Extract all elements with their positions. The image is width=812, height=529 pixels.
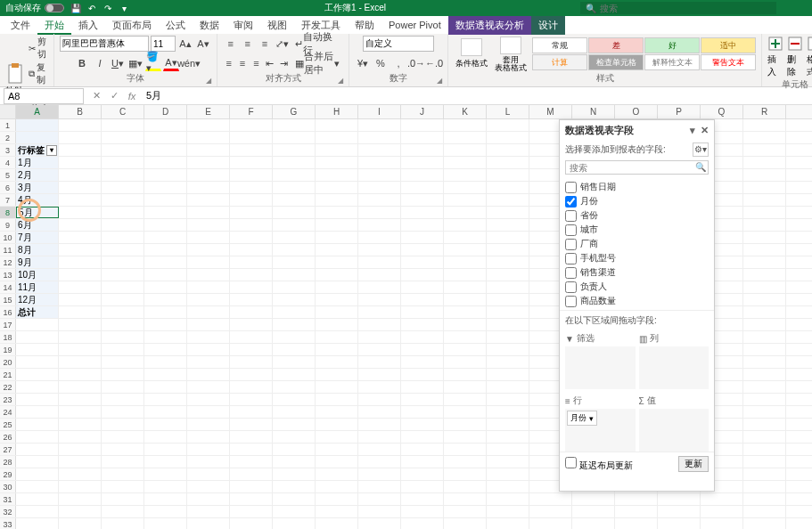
cell[interactable]	[444, 406, 487, 418]
redo-icon[interactable]: ↷	[102, 2, 114, 14]
cell[interactable]	[230, 331, 273, 343]
cell[interactable]	[144, 232, 187, 243]
row-header[interactable]: 20	[0, 356, 16, 368]
row-header[interactable]: 3	[0, 144, 16, 156]
cell[interactable]	[273, 319, 316, 330]
cell[interactable]	[230, 232, 273, 243]
cell[interactable]	[230, 444, 273, 455]
number-format-combo[interactable]	[363, 36, 434, 52]
cell[interactable]	[59, 518, 102, 529]
col-header-E[interactable]: E	[187, 105, 230, 118]
field-checkbox[interactable]	[565, 267, 577, 279]
cell[interactable]	[102, 468, 144, 480]
cell[interactable]	[316, 456, 358, 468]
cell[interactable]	[316, 219, 358, 231]
cell[interactable]	[444, 456, 487, 468]
cell[interactable]	[273, 331, 316, 343]
cell[interactable]	[358, 468, 401, 480]
row-header[interactable]: 22	[0, 381, 16, 393]
field-checkbox[interactable]	[565, 253, 577, 264]
cell[interactable]	[16, 369, 59, 380]
row-header[interactable]: 2	[0, 132, 16, 143]
row-header[interactable]: 18	[0, 331, 16, 343]
increase-decimal-icon[interactable]: .0→	[408, 55, 424, 71]
pivot-fields-pane[interactable]: 数据透视表字段 ▾✕ 选择要添加到报表的字段: ⚙▾ 🔍 销售日期月份省份城市厂…	[559, 119, 715, 492]
cell[interactable]	[187, 381, 230, 393]
row-header[interactable]: 26	[0, 431, 16, 443]
col-header-G[interactable]: G	[273, 105, 316, 118]
area-rows[interactable]: ≡行月份▾	[565, 393, 636, 452]
cell[interactable]	[615, 518, 658, 529]
tab-6[interactable]: 审阅	[226, 16, 260, 35]
cell[interactable]	[444, 244, 487, 256]
cell[interactable]	[273, 468, 316, 480]
cell[interactable]	[658, 506, 701, 517]
cell[interactable]	[444, 281, 487, 293]
cell[interactable]	[487, 468, 529, 480]
cell[interactable]	[487, 219, 529, 231]
cell[interactable]	[743, 369, 786, 380]
col-header-C[interactable]: C	[102, 105, 144, 118]
cell[interactable]	[444, 119, 487, 131]
cell[interactable]	[401, 356, 444, 368]
cell[interactable]: 2月	[16, 169, 59, 181]
cell[interactable]	[187, 194, 230, 206]
field-checkbox[interactable]	[565, 182, 577, 193]
insert-menu[interactable]: 插入	[767, 36, 783, 78]
cell[interactable]	[59, 468, 102, 480]
cell[interactable]	[358, 281, 401, 293]
cell[interactable]	[187, 244, 230, 256]
cell[interactable]	[401, 157, 444, 168]
cell[interactable]	[401, 281, 444, 293]
row-header[interactable]: 29	[0, 468, 16, 480]
cell[interactable]	[487, 144, 529, 156]
cell[interactable]	[230, 256, 273, 268]
cell[interactable]	[401, 431, 444, 443]
cell[interactable]	[273, 493, 316, 505]
worksheet-area[interactable]: ABCDEFGHIJKLMNOPQR 123行标签41月52月63月74月85月…	[0, 105, 812, 529]
cell[interactable]	[401, 468, 444, 480]
cell[interactable]	[273, 219, 316, 231]
col-header-J[interactable]: J	[401, 105, 444, 118]
cell[interactable]	[187, 444, 230, 455]
cell[interactable]	[144, 294, 187, 305]
cell[interactable]	[444, 306, 487, 318]
increase-font-icon[interactable]: A▴	[177, 36, 193, 52]
row-header[interactable]: 10	[0, 232, 16, 243]
cell[interactable]	[102, 381, 144, 393]
row-header[interactable]: 12	[0, 256, 16, 268]
cell[interactable]	[487, 256, 529, 268]
col-header-H[interactable]: H	[316, 105, 358, 118]
cell[interactable]	[358, 207, 401, 218]
update-button[interactable]: 更新	[678, 456, 709, 472]
cell[interactable]	[230, 381, 273, 393]
cell[interactable]	[487, 493, 529, 505]
cell[interactable]	[444, 256, 487, 268]
cell[interactable]	[187, 306, 230, 318]
pane-close-icon[interactable]: ✕	[701, 125, 709, 136]
cell[interactable]	[401, 194, 444, 206]
row-header[interactable]: 21	[0, 369, 16, 380]
cell[interactable]	[316, 481, 358, 492]
search-input[interactable]	[600, 4, 771, 13]
cell[interactable]	[444, 319, 487, 330]
row-header[interactable]: 25	[0, 419, 16, 430]
cell[interactable]	[273, 381, 316, 393]
tell-me-search[interactable]: 🔍	[580, 2, 776, 14]
cell[interactable]	[59, 369, 102, 380]
cell[interactable]: 4月	[16, 194, 59, 206]
row-header[interactable]: 24	[0, 406, 16, 418]
cell[interactable]	[230, 394, 273, 405]
cell[interactable]	[487, 244, 529, 256]
cell[interactable]	[187, 331, 230, 343]
cell[interactable]	[444, 356, 487, 368]
table-row[interactable]: 33	[0, 518, 812, 529]
cell[interactable]	[144, 194, 187, 206]
cell[interactable]	[743, 431, 786, 443]
cell[interactable]	[358, 493, 401, 505]
cell[interactable]	[487, 119, 529, 131]
cell[interactable]	[187, 506, 230, 517]
cell[interactable]	[59, 294, 102, 305]
cell[interactable]	[187, 431, 230, 443]
cell[interactable]	[230, 356, 273, 368]
